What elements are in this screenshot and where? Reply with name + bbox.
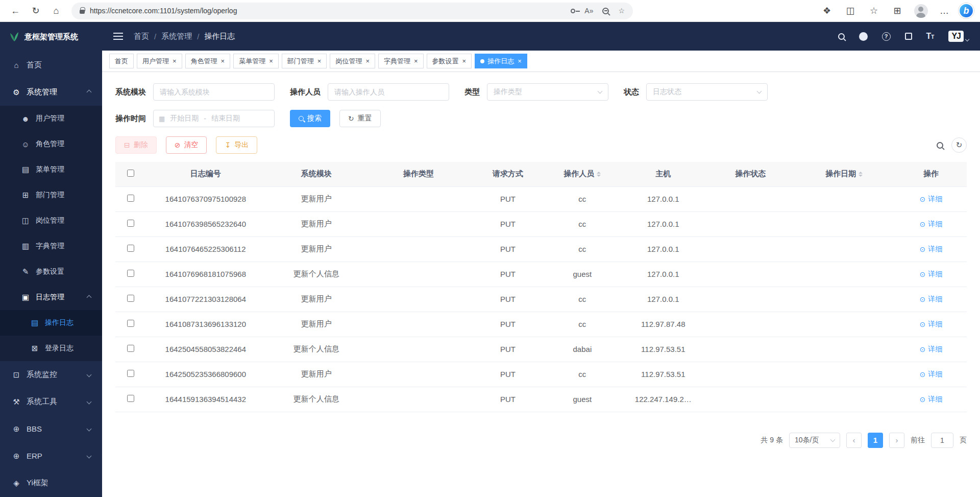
fullscreen-icon[interactable] <box>905 33 912 40</box>
row-checkbox[interactable] <box>127 270 134 277</box>
current-page-button[interactable]: 1 <box>868 433 883 448</box>
tab[interactable]: 岗位管理 × <box>330 54 375 68</box>
header-search-icon[interactable] <box>838 33 845 40</box>
tab-close-icon[interactable]: × <box>414 58 418 64</box>
extensions-button[interactable]: ❖ <box>818 2 836 19</box>
url-text[interactable]: https://ccnetcore.com:1101/system/log/op… <box>90 7 566 15</box>
detail-link[interactable]: ⊙ 详细 <box>920 270 943 279</box>
tab[interactable]: 菜单管理 × <box>233 54 279 68</box>
tab-close-icon[interactable]: × <box>269 58 273 64</box>
delete-button[interactable]: ⊟ 删除 <box>115 136 157 154</box>
row-checkbox[interactable] <box>127 345 134 352</box>
sidebar-item-log-management[interactable]: ▣ 日志管理 <box>0 285 102 310</box>
sidebar-item-dict-management[interactable]: ▥ 字典管理 <box>0 233 102 259</box>
detail-link[interactable]: ⊙ 详细 <box>920 220 943 229</box>
favorites-button[interactable]: ☆ <box>865 2 883 19</box>
user-menu[interactable]: YJ <box>948 31 969 42</box>
breadcrumb-home[interactable]: 首页 <box>134 32 149 41</box>
goto-page-input[interactable] <box>931 433 953 448</box>
sidebar-item-param-settings[interactable]: ✎ 参数设置 <box>0 259 102 285</box>
cell-method: PUT <box>470 362 546 387</box>
sidebar-item-post-management[interactable]: ◫ 岗位管理 <box>0 208 102 233</box>
tab[interactable]: 参数设置 × <box>427 54 472 68</box>
address-bar[interactable]: https://ccnetcore.com:1101/system/log/op… <box>71 3 633 19</box>
read-aloud-icon[interactable]: A» <box>584 7 593 15</box>
row-checkbox[interactable] <box>127 220 134 227</box>
tab[interactable]: 部门管理 × <box>282 54 327 68</box>
help-icon[interactable]: ? <box>882 32 891 41</box>
sidebar-item-system-management[interactable]: ⚙ 系统管理 <box>0 79 102 106</box>
sidebar-toggle-icon[interactable] <box>113 32 124 41</box>
sidebar-item-dept-management[interactable]: ⊞ 部门管理 <box>0 182 102 208</box>
export-button[interactable]: ↧ 导出 <box>216 136 257 154</box>
tab[interactable]: 用户管理 × <box>137 54 182 68</box>
cell-host: 122.247.149.2… <box>619 387 708 412</box>
detail-link[interactable]: ⊙ 详细 <box>920 395 943 404</box>
tab-close-icon[interactable]: × <box>365 58 370 64</box>
row-checkbox[interactable] <box>127 195 134 202</box>
cell-module: 更新用户 <box>265 287 368 312</box>
browser-refresh-button[interactable]: ↻ <box>27 2 45 19</box>
sidebar-item-menu-management[interactable]: ▤ 菜单管理 <box>0 157 102 182</box>
profile-button[interactable] <box>912 2 930 19</box>
browser-home-button[interactable]: ⌂ <box>47 2 65 19</box>
detail-link[interactable]: ⊙ 详细 <box>920 195 943 204</box>
tab[interactable]: 首页 <box>109 54 134 68</box>
tab[interactable]: 字典管理 × <box>378 54 424 68</box>
detail-link[interactable]: ⊙ 详细 <box>920 345 943 354</box>
row-checkbox[interactable] <box>127 320 134 327</box>
sort-date-icon[interactable] <box>859 170 863 179</box>
browser-menu-button[interactable]: … <box>935 2 953 19</box>
type-select[interactable]: 操作类型 <box>487 83 608 101</box>
breadcrumb-system[interactable]: 系统管理 <box>161 32 192 41</box>
github-icon[interactable] <box>859 32 868 41</box>
sidebar-item-system-monitor[interactable]: ⊡ 系统监控 <box>0 361 102 388</box>
module-input[interactable] <box>153 83 275 101</box>
date-range-picker[interactable]: ▦ 开始日期 - 结束日期 <box>153 110 275 127</box>
refresh-table-icon[interactable]: ↻ <box>951 137 967 153</box>
sidebar-item-home[interactable]: ⌂ 首页 <box>0 52 102 79</box>
sidebar-item-user-management[interactable]: ☻ 用户管理 <box>0 106 102 131</box>
page-size-select[interactable]: 10条/页 <box>789 433 840 448</box>
tab[interactable]: 角色管理 × <box>185 54 231 68</box>
detail-link[interactable]: ⊙ 详细 <box>920 320 943 329</box>
font-size-icon[interactable]: TT <box>926 32 935 41</box>
sidebar-item-login-log[interactable]: ⊠ 登录日志 <box>0 336 102 361</box>
tab-close-icon[interactable]: × <box>221 58 225 64</box>
sidebar-item-yi-framework[interactable]: ◈ Yi框架 <box>0 469 102 496</box>
row-checkbox[interactable] <box>127 295 134 302</box>
collections-button[interactable]: ⊞ <box>888 2 906 19</box>
reset-button[interactable]: ↻ 重置 <box>339 110 381 127</box>
status-select[interactable]: 日志状态 <box>646 83 768 101</box>
sidebar-item-erp[interactable]: ⊕ ERP <box>0 442 102 469</box>
tab-close-icon[interactable]: × <box>462 58 467 64</box>
sidebar-item-operation-log[interactable]: ▤ 操作日志 <box>0 310 102 336</box>
prev-page-button[interactable]: ‹ <box>846 433 862 448</box>
zoom-out-icon[interactable] <box>602 8 609 14</box>
detail-link[interactable]: ⊙ 详细 <box>920 295 943 304</box>
sidebar-item-role-management[interactable]: ☺ 角色管理 <box>0 131 102 157</box>
browser-back-button[interactable]: ← <box>6 2 24 19</box>
sort-operator-icon[interactable] <box>597 170 601 179</box>
sidebar-item-bbs[interactable]: ⊕ BBS <box>0 415 102 442</box>
add-favorite-star-icon[interactable]: ☆ <box>618 7 625 15</box>
row-checkbox[interactable] <box>127 370 134 377</box>
operator-input[interactable] <box>328 83 449 101</box>
tab-close-icon[interactable]: × <box>173 58 177 64</box>
tab-close-icon[interactable]: × <box>518 58 522 64</box>
row-checkbox[interactable] <box>127 245 134 252</box>
detail-link[interactable]: ⊙ 详细 <box>920 245 943 254</box>
detail-link[interactable]: ⊙ 详细 <box>920 370 943 379</box>
next-page-button[interactable]: › <box>889 433 904 448</box>
split-screen-button[interactable]: ◫ <box>841 2 860 19</box>
show-search-icon[interactable] <box>937 142 943 149</box>
row-checkbox[interactable] <box>127 395 134 402</box>
clear-button[interactable]: ⊘ 清空 <box>166 136 207 154</box>
bing-button[interactable]: b <box>959 3 974 18</box>
tab-close-icon[interactable]: × <box>317 58 322 64</box>
select-all-checkbox[interactable] <box>127 170 134 177</box>
sidebar-item-system-tools[interactable]: ⚒ 系统工具 <box>0 388 102 415</box>
tab[interactable]: 操作日志 × <box>475 54 527 68</box>
search-button[interactable]: 搜索 <box>290 110 330 127</box>
password-key-icon[interactable] <box>571 9 575 13</box>
